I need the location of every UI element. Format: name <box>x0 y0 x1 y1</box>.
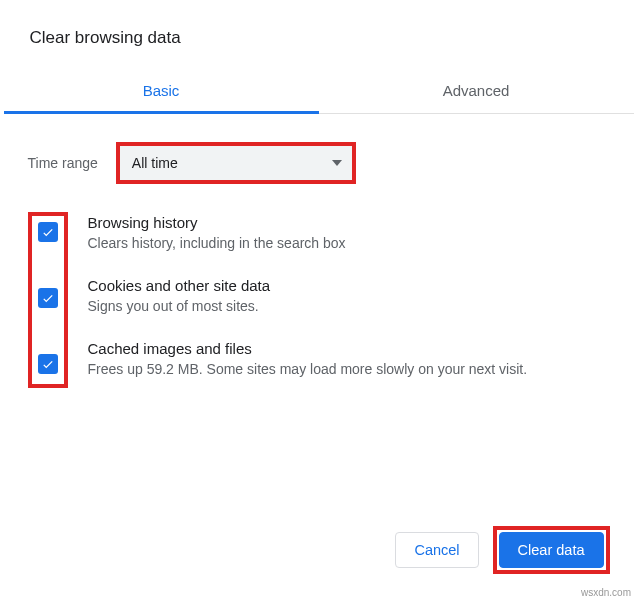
option-title: Browsing history <box>88 214 528 231</box>
option-title: Cached images and files <box>88 340 528 357</box>
options-area: Browsing history Clears history, includi… <box>28 212 610 388</box>
watermark: wsxdn.com <box>581 587 631 598</box>
checkbox-browsing-history[interactable] <box>38 222 58 242</box>
checkbox-cookies[interactable] <box>38 288 58 308</box>
option-desc: Clears history, including in the search … <box>88 235 528 251</box>
highlight-clear-button: Clear data <box>493 526 610 574</box>
option-browsing-history: Browsing history Clears history, includi… <box>88 214 528 251</box>
option-texts: Browsing history Clears history, includi… <box>88 212 528 377</box>
dialog-title: Clear browsing data <box>30 28 610 48</box>
highlight-time-range: All time <box>116 142 356 184</box>
tab-advanced[interactable]: Advanced <box>319 68 634 113</box>
chevron-down-icon <box>332 160 342 166</box>
clear-browsing-data-dialog: Clear browsing data Basic Advanced Time … <box>4 2 634 598</box>
tab-bar: Basic Advanced <box>4 68 634 114</box>
cancel-button[interactable]: Cancel <box>395 532 478 568</box>
check-icon <box>41 291 55 305</box>
clear-data-button[interactable]: Clear data <box>499 532 604 568</box>
highlight-checkboxes <box>28 212 68 388</box>
tab-basic[interactable]: Basic <box>4 68 319 113</box>
option-desc: Frees up 59.2 MB. Some sites may load mo… <box>88 361 528 377</box>
dialog-footer: Cancel Clear data <box>395 526 609 574</box>
checkbox-cache[interactable] <box>38 354 58 374</box>
option-cache: Cached images and files Frees up 59.2 MB… <box>88 340 528 377</box>
time-range-value: All time <box>132 155 178 171</box>
time-range-label: Time range <box>28 155 98 171</box>
time-range-row: Time range All time <box>28 142 610 184</box>
option-desc: Signs you out of most sites. <box>88 298 528 314</box>
check-icon <box>41 225 55 239</box>
check-icon <box>41 357 55 371</box>
option-title: Cookies and other site data <box>88 277 528 294</box>
time-range-select[interactable]: All time <box>120 146 352 180</box>
option-cookies: Cookies and other site data Signs you ou… <box>88 277 528 314</box>
